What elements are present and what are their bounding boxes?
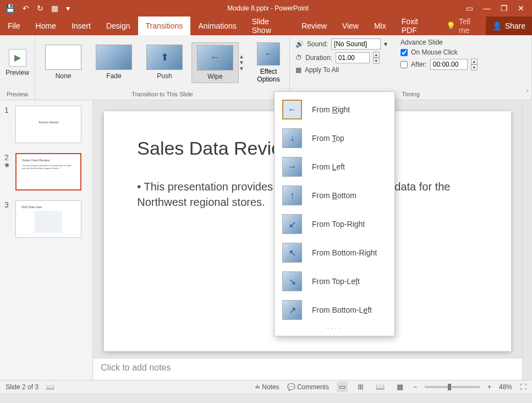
maximize-icon[interactable]: ❐ bbox=[501, 4, 508, 13]
ribbon-display-options-icon[interactable]: ▭ bbox=[466, 4, 473, 13]
normal-view-icon[interactable]: ▭ bbox=[337, 382, 348, 392]
tab-slideshow[interactable]: Slide Show bbox=[244, 17, 294, 35]
tab-design[interactable]: Design bbox=[98, 17, 138, 35]
effect-from-top[interactable]: ↓ From Top bbox=[275, 124, 394, 153]
arrow-up-right-icon: ↗ bbox=[282, 300, 302, 320]
zoom-in-icon[interactable]: + bbox=[487, 383, 491, 391]
notes-pane[interactable]: Click to add notes bbox=[93, 358, 522, 380]
effect-from-bottom[interactable]: ↑ From Bottom bbox=[275, 181, 394, 210]
transition-fade[interactable]: Fade bbox=[90, 42, 138, 83]
minimize-icon[interactable]: — bbox=[483, 4, 491, 13]
tab-view[interactable]: View bbox=[334, 17, 366, 35]
tab-transitions[interactable]: Transitions bbox=[138, 17, 191, 35]
duration-spinner[interactable]: ▲▼ bbox=[373, 52, 380, 64]
arrow-down-right-icon: ↘ bbox=[282, 271, 302, 291]
transition-push[interactable]: ⬆ Push bbox=[141, 42, 188, 83]
vertical-scrollbar[interactable] bbox=[522, 100, 532, 380]
transition-push-label: Push bbox=[142, 72, 187, 80]
notes-toggle[interactable]: ≐ Notes bbox=[255, 383, 279, 391]
sound-label: Sound: bbox=[307, 40, 328, 48]
effect-from-bottom-right[interactable]: ↖ From Bottom-Right bbox=[275, 238, 394, 267]
effect-label: From Right bbox=[312, 105, 350, 114]
slide-thumb-1[interactable]: 1 Rowan Retail bbox=[4, 106, 88, 143]
tab-animations[interactable]: Animations bbox=[190, 17, 244, 35]
tab-review[interactable]: Review bbox=[294, 17, 334, 35]
reading-view-icon[interactable]: 📖 bbox=[374, 382, 387, 392]
slide-sorter-view-icon[interactable]: ⊞ bbox=[355, 382, 366, 392]
after-label: After: bbox=[411, 61, 427, 68]
arrow-down-left-icon: ↙ bbox=[282, 214, 302, 234]
gallery-scroll[interactable]: ▲ ▼ ▼ bbox=[239, 53, 248, 72]
effect-from-top-left[interactable]: ↘ From Top-Left bbox=[275, 267, 394, 296]
preview-play-icon: ▶ bbox=[9, 49, 26, 67]
preview-group-label: Preview bbox=[0, 90, 35, 100]
transition-wipe[interactable]: ← Wipe bbox=[191, 42, 239, 83]
after-spinner[interactable]: ▲▼ bbox=[471, 58, 478, 70]
tab-insert[interactable]: Insert bbox=[64, 17, 98, 35]
ribbon: ▶ Preview Preview None Fade ⬆ Push bbox=[0, 35, 532, 100]
tab-foxit-pdf[interactable]: Foxit PDF bbox=[394, 17, 440, 35]
slide-number: 3 bbox=[4, 200, 12, 209]
fit-to-window-icon[interactable]: ⛶ bbox=[520, 383, 526, 391]
undo-icon[interactable]: ↶ bbox=[23, 4, 29, 13]
duration-input[interactable] bbox=[336, 52, 370, 63]
arrow-left-icon: ← bbox=[282, 100, 302, 119]
collapse-ribbon-icon[interactable]: ˇ bbox=[526, 90, 529, 97]
transition-wipe-icon: ← bbox=[197, 45, 233, 70]
start-from-beginning-icon[interactable]: ▦ bbox=[51, 4, 58, 13]
zoom-slider[interactable] bbox=[425, 386, 480, 388]
effect-label: From Left bbox=[312, 162, 345, 171]
tab-home[interactable]: Home bbox=[28, 17, 64, 35]
transition-none-label: None bbox=[41, 72, 86, 80]
effect-from-right[interactable]: ← From Right bbox=[275, 95, 394, 124]
transition-none-icon bbox=[45, 45, 81, 70]
effect-label: From Top-Left bbox=[312, 277, 360, 286]
effect-from-bottom-left[interactable]: ↗ From Bottom-Left bbox=[275, 296, 394, 324]
comments-toggle[interactable]: 💬 Comments bbox=[287, 383, 329, 391]
slide-number: 1 bbox=[4, 106, 12, 115]
tab-file[interactable]: File bbox=[0, 17, 28, 35]
effect-from-top-right[interactable]: ↙ From Top-Right bbox=[275, 210, 394, 238]
transition-gallery-group: None Fade ⬆ Push ← Wipe ▲ ▼ ▼ bbox=[35, 35, 290, 100]
effect-options-button[interactable]: ← Effect Options bbox=[252, 42, 285, 83]
after-time-input[interactable] bbox=[430, 59, 468, 70]
effect-label: From Top bbox=[312, 134, 344, 143]
spellcheck-icon[interactable]: 📖 bbox=[46, 383, 54, 391]
sound-dropdown-icon[interactable]: ▾ bbox=[384, 40, 387, 48]
transition-push-icon: ⬆ bbox=[146, 45, 183, 70]
on-mouse-click-checkbox[interactable] bbox=[401, 49, 408, 56]
duration-label: Duration: bbox=[305, 54, 332, 62]
quick-access-toolbar: 💾 ↶ ↻ ▦ ▾ bbox=[0, 4, 70, 13]
preview-group: ▶ Preview Preview bbox=[0, 35, 35, 100]
gallery-more-icon[interactable]: ▼ bbox=[239, 66, 248, 72]
slide-thumb-3[interactable]: 3 2018 Sales Data bbox=[4, 200, 88, 238]
zoom-out-icon[interactable]: − bbox=[413, 383, 417, 391]
preview-button[interactable]: ▶ Preview bbox=[4, 49, 30, 77]
share-button[interactable]: 👤 Share bbox=[486, 17, 532, 35]
transition-group-label: Transition to This Slide bbox=[35, 90, 289, 100]
slide-counter: Slide 2 of 3 bbox=[6, 383, 39, 391]
apply-all-icon: ▦ bbox=[295, 66, 301, 74]
effect-label: From Bottom bbox=[312, 191, 357, 200]
slide-thumb-2[interactable]: 2 ✱ Sales Data Review This presentation … bbox=[4, 153, 88, 190]
gallery-up-icon[interactable]: ▲ bbox=[239, 53, 248, 59]
qat-more-icon[interactable]: ▾ bbox=[66, 4, 70, 13]
slideshow-view-icon[interactable]: ▦ bbox=[394, 382, 405, 392]
zoom-level[interactable]: 48% bbox=[499, 383, 512, 391]
tab-mix[interactable]: Mix bbox=[366, 17, 394, 35]
title-bar: 💾 ↶ ↻ ▦ ▾ Module 8.pptx - PowerPoint ▭ —… bbox=[0, 0, 532, 17]
effect-from-left[interactable]: → From Left bbox=[275, 153, 394, 181]
transition-none[interactable]: None bbox=[40, 42, 87, 83]
share-icon: 👤 bbox=[492, 21, 502, 30]
effect-label: From Top-Right bbox=[312, 220, 365, 228]
apply-to-all-button[interactable]: Apply To All bbox=[305, 66, 339, 74]
slide-thumb-2-preview: Sales Data Review This presentation prov… bbox=[15, 153, 81, 190]
tell-me-search[interactable]: 💡 Tell me bbox=[440, 17, 486, 35]
redo-icon[interactable]: ↻ bbox=[37, 4, 43, 13]
sound-select[interactable] bbox=[331, 39, 381, 50]
gallery-down-icon[interactable]: ▼ bbox=[239, 59, 248, 66]
close-icon[interactable]: ✕ bbox=[518, 4, 524, 13]
after-checkbox[interactable] bbox=[401, 61, 408, 68]
transition-fade-icon bbox=[96, 45, 132, 70]
save-icon[interactable]: 💾 bbox=[6, 4, 15, 13]
